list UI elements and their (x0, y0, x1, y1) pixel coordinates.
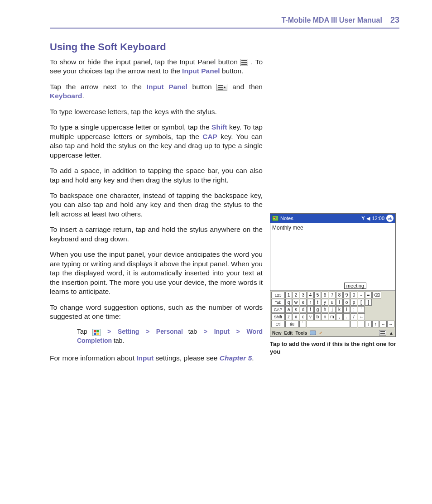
key: c (300, 313, 307, 320)
cassette-icon (310, 331, 316, 335)
key: w (293, 299, 299, 306)
section-heading: Using the Soft Keyboard (50, 41, 263, 53)
key: / (350, 313, 357, 320)
key: 1 (285, 292, 292, 298)
key: [ (358, 299, 365, 306)
key: áü (285, 321, 299, 327)
key (307, 321, 350, 327)
key (358, 321, 365, 327)
key: ` (299, 321, 306, 327)
content-area: Using the Soft Keyboard To show or hide … (50, 41, 399, 369)
key: 9 (343, 292, 350, 298)
start-flag-icon (272, 216, 278, 221)
key: n (322, 313, 328, 320)
keyboard-row: Shiftzxcvbnm,./← (271, 313, 394, 320)
key: ← (379, 321, 387, 327)
pencil-icon (319, 330, 324, 336)
key: p (350, 299, 357, 306)
key: q (285, 299, 292, 306)
paragraph: For more information about Input setting… (50, 354, 263, 363)
key: ] (365, 299, 372, 306)
key: 5 (314, 292, 321, 298)
device-text-area: Monthly mee (270, 223, 395, 291)
nav-personal: Personal (156, 328, 183, 335)
key: z (285, 313, 292, 320)
key: g (314, 306, 321, 313)
key: r (307, 299, 314, 306)
key: b (314, 313, 321, 320)
device-screenshot: Notes Y ◀ 12:00 ok Monthly mee meeting 1… (270, 213, 396, 337)
key: 8 (336, 292, 343, 298)
key: f (307, 306, 314, 313)
nav-setting: Setting (118, 328, 139, 335)
key: s (293, 306, 299, 313)
device-footer: New Edit Tools ▲ (270, 329, 395, 336)
key: Ctl (271, 321, 285, 327)
term-input: Input (136, 354, 154, 362)
key: k (336, 306, 343, 313)
key: → (387, 321, 394, 327)
footer-edit: Edit (284, 331, 293, 336)
key: Shift (271, 313, 285, 320)
paragraph: To add a space, in addition to tapping t… (50, 166, 263, 185)
header-rule (50, 28, 399, 29)
key: 3 (300, 292, 307, 298)
key: ↓ (365, 321, 372, 327)
key: y (322, 299, 328, 306)
key: 6 (322, 292, 328, 298)
chevron-right-icon: > (144, 328, 151, 335)
keyboard-row: CAPasdfghjkl;' (271, 306, 394, 313)
chevron-right-icon: > (235, 328, 241, 335)
key: = (365, 292, 372, 298)
device-clock: 12:00 (372, 216, 384, 221)
term-cap: CAP (202, 133, 217, 140)
speaker-icon: ◀ (366, 216, 370, 221)
key: ; (350, 306, 357, 313)
running-header: T-Mobile MDA III User Manual 23 (50, 15, 399, 25)
key: ← (358, 313, 365, 320)
key: . (343, 313, 350, 320)
paragraph: Tap the arrow next to the Input Panel bu… (50, 82, 263, 101)
key: o (343, 299, 350, 306)
input-panel-icon (379, 330, 386, 336)
keyboard-row: 1231234567890-=⌫ (271, 292, 394, 298)
main-column: Using the Soft Keyboard To show or hide … (50, 41, 263, 369)
caret-up-icon: ▲ (389, 331, 394, 336)
paragraph: To backspace one character, instead of t… (50, 191, 263, 219)
chevron-right-icon: > (202, 328, 209, 335)
input-panel-icon (240, 59, 248, 66)
term-keyboard: Keyboard (50, 92, 82, 100)
key: , (336, 313, 343, 320)
key: l (343, 306, 350, 313)
footer-tools: Tools (295, 331, 307, 336)
paragraph: To type a single uppercase letter or sym… (50, 123, 263, 160)
nav-input: Input (214, 328, 230, 335)
signal-icon: Y (361, 216, 365, 221)
key: 0 (350, 292, 357, 298)
ok-button: ok (386, 215, 394, 222)
word-suggestion: meeting (344, 283, 366, 289)
key: Tab (271, 299, 285, 306)
key: a (285, 306, 292, 313)
navigation-steps: Tap > Setting > Personal tab > Input > W… (77, 327, 263, 345)
key: - (358, 292, 365, 298)
key: x (293, 313, 299, 320)
key (350, 321, 357, 327)
term-shift: Shift (211, 123, 227, 131)
keyboard-row: Tabqwertyuiop[] (271, 299, 394, 306)
term-input-panel: Input Panel (182, 67, 220, 75)
key: 123 (271, 292, 285, 298)
side-column: Notes Y ◀ 12:00 ok Monthly mee meeting 1… (270, 41, 397, 369)
key: h (322, 306, 328, 313)
figure-caption: Tap to add the word if this is the right… (270, 341, 397, 356)
paragraph: To insert a carriage return, tap and hol… (50, 225, 263, 244)
key: u (329, 299, 336, 306)
key: ' (358, 306, 365, 313)
key: CAP (271, 306, 285, 313)
key: i (336, 299, 343, 306)
soft-keyboard: 1231234567890-=⌫ Tabqwertyuiop[] CAPasdf… (270, 291, 395, 329)
paragraph: To show or hide the input panel, tap the… (50, 58, 263, 76)
paragraph: To change word suggestion options, such … (50, 303, 263, 322)
key: v (307, 313, 314, 320)
key: m (329, 313, 336, 320)
